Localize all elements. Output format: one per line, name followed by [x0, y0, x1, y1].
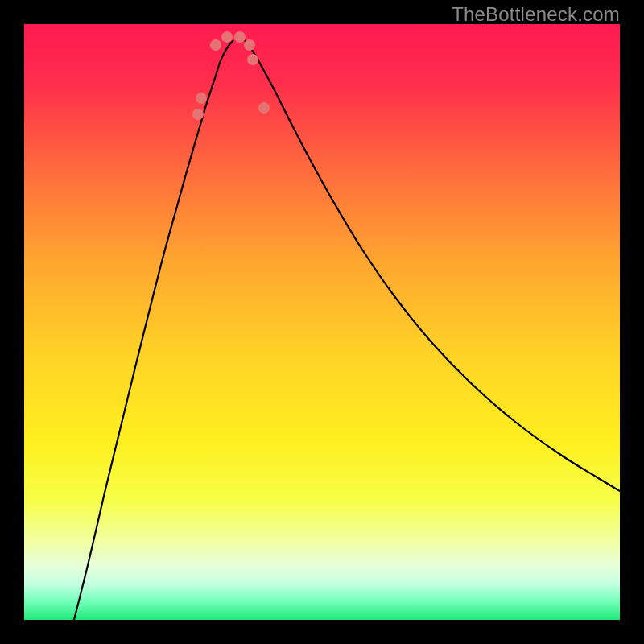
- markers-group: [192, 31, 270, 120]
- left-curve: [74, 40, 233, 620]
- chart-svg: [24, 24, 620, 620]
- data-marker: [221, 31, 233, 43]
- data-marker: [258, 102, 270, 114]
- data-marker: [196, 93, 207, 104]
- watermark-text: TheBottleneck.com: [452, 3, 620, 26]
- data-marker: [234, 31, 246, 43]
- data-marker: [247, 54, 258, 65]
- data-marker: [244, 39, 255, 51]
- data-marker: [210, 39, 221, 51]
- chart-frame: [24, 24, 620, 620]
- data-marker: [192, 109, 204, 120]
- right-curve: [245, 40, 620, 491]
